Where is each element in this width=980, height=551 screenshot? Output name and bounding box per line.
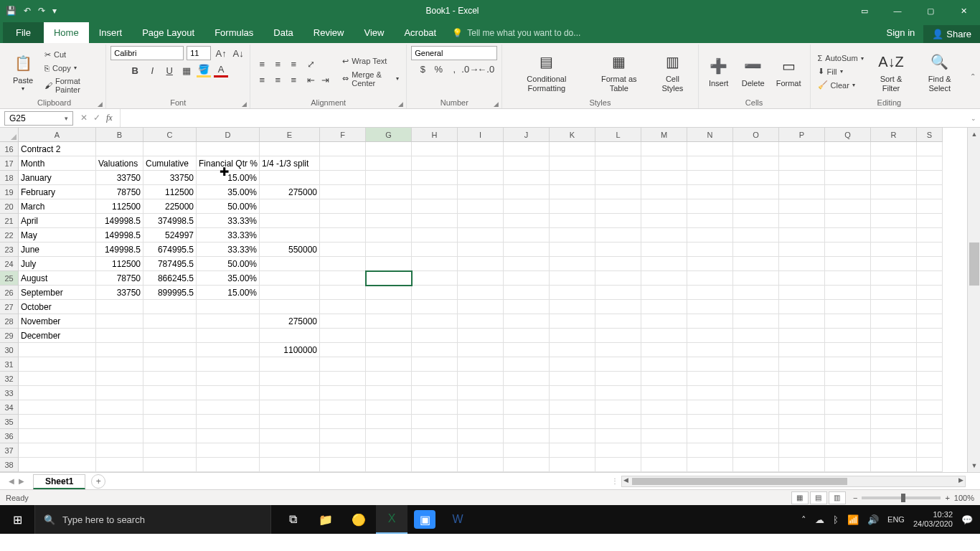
- dialog-launcher-icon[interactable]: ◢: [242, 100, 247, 108]
- cell-C16[interactable]: [143, 142, 197, 156]
- split-handle-icon[interactable]: ⋮: [611, 477, 618, 485]
- cell-C23[interactable]: 674995.5: [143, 242, 197, 257]
- cell-R27[interactable]: [871, 300, 917, 314]
- cell-R24[interactable]: [871, 257, 917, 271]
- cell-M33[interactable]: [641, 386, 687, 400]
- cell-C25[interactable]: 866245.5: [143, 271, 197, 286]
- cell-L26[interactable]: [595, 286, 641, 300]
- cell-L21[interactable]: [595, 214, 641, 228]
- cell-G29[interactable]: [366, 329, 412, 343]
- cell-O35[interactable]: [733, 415, 779, 429]
- cell-L29[interactable]: [595, 329, 641, 343]
- cell-F17[interactable]: [320, 156, 366, 171]
- tell-me-search[interactable]: 💡Tell me what you want to do...: [446, 23, 586, 43]
- cell-P26[interactable]: [779, 286, 825, 300]
- cell-F28[interactable]: [320, 314, 366, 329]
- cell-A24[interactable]: July: [19, 257, 96, 271]
- cell-D36[interactable]: [197, 429, 260, 443]
- signin-button[interactable]: Sign in: [878, 22, 924, 43]
- row-header-19[interactable]: 19: [0, 185, 19, 199]
- tab-acrobat[interactable]: Acrobat: [394, 22, 446, 43]
- cell-K24[interactable]: [550, 257, 595, 271]
- cell-Q31[interactable]: [825, 357, 871, 372]
- column-header-D[interactable]: D: [197, 128, 260, 141]
- cell-J35[interactable]: [504, 415, 550, 429]
- cell-H29[interactable]: [412, 329, 458, 343]
- cell-S25[interactable]: [917, 271, 943, 286]
- cell-R20[interactable]: [871, 199, 917, 214]
- cell-F25[interactable]: [320, 271, 366, 286]
- row-header-34[interactable]: 34: [0, 400, 19, 415]
- cell-Q16[interactable]: [825, 142, 871, 156]
- clear-button[interactable]: 🧹Clear▾: [815, 79, 867, 91]
- tab-view[interactable]: View: [354, 22, 394, 43]
- cell-D17[interactable]: Financial Qtr %: [197, 156, 260, 171]
- cell-K29[interactable]: [550, 329, 595, 343]
- cell-S26[interactable]: [917, 286, 943, 300]
- cell-H18[interactable]: [412, 171, 458, 185]
- cell-S38[interactable]: [917, 458, 943, 472]
- cell-N34[interactable]: [687, 400, 733, 415]
- cell-D22[interactable]: 33.33%: [197, 228, 260, 242]
- cell-E21[interactable]: [260, 214, 320, 228]
- row-header-32[interactable]: 32: [0, 372, 19, 386]
- cell-J33[interactable]: [504, 386, 550, 400]
- cell-O34[interactable]: [733, 400, 779, 415]
- cell-F29[interactable]: [320, 329, 366, 343]
- cell-C29[interactable]: [143, 329, 197, 343]
- tab-review[interactable]: Review: [303, 22, 354, 43]
- column-header-L[interactable]: L: [595, 128, 641, 141]
- zoom-in-button[interactable]: +: [945, 494, 949, 502]
- cell-E22[interactable]: [260, 228, 320, 242]
- cell-H35[interactable]: [412, 415, 458, 429]
- cell-F37[interactable]: [320, 443, 366, 458]
- cell-A34[interactable]: [19, 400, 96, 415]
- cell-O25[interactable]: [733, 271, 779, 286]
- collapse-ribbon-icon[interactable]: ⌃: [968, 44, 977, 108]
- chevron-down-icon[interactable]: ▾: [65, 115, 68, 122]
- decrease-indent-icon[interactable]: ⇤: [303, 72, 318, 87]
- undo-icon[interactable]: ↶: [24, 6, 31, 16]
- cell-E35[interactable]: [260, 415, 320, 429]
- cell-L20[interactable]: [595, 199, 641, 214]
- cell-G20[interactable]: [366, 199, 412, 214]
- cell-E25[interactable]: [260, 271, 320, 286]
- redo-icon[interactable]: ↷: [38, 6, 45, 16]
- cell-B20[interactable]: 112500: [96, 199, 143, 214]
- cell-K30[interactable]: [550, 343, 595, 357]
- cell-P31[interactable]: [779, 357, 825, 372]
- row-header-33[interactable]: 33: [0, 386, 19, 400]
- maximize-button[interactable]: ▢: [914, 0, 947, 22]
- cell-C19[interactable]: 112500: [143, 185, 197, 199]
- file-explorer-icon[interactable]: 📁: [310, 505, 341, 534]
- cell-R25[interactable]: [871, 271, 917, 286]
- cell-I34[interactable]: [458, 400, 504, 415]
- cell-M30[interactable]: [641, 343, 687, 357]
- merge-center-button[interactable]: ⇔Merge & Center▾: [339, 69, 402, 89]
- cell-B27[interactable]: [96, 300, 143, 314]
- cell-A33[interactable]: [19, 386, 96, 400]
- cell-S16[interactable]: [917, 142, 943, 156]
- cell-N21[interactable]: [687, 214, 733, 228]
- action-center-icon[interactable]: 💬: [961, 514, 973, 525]
- cell-R33[interactable]: [871, 386, 917, 400]
- cell-I21[interactable]: [458, 214, 504, 228]
- format-as-table-button[interactable]: ▦Format as Table: [590, 49, 649, 95]
- cell-H23[interactable]: [412, 242, 458, 257]
- taskbar-search[interactable]: 🔍 Type here to search: [34, 505, 271, 534]
- cell-G38[interactable]: [366, 458, 412, 472]
- cell-I30[interactable]: [458, 343, 504, 357]
- language-indicator[interactable]: ENG: [887, 515, 905, 524]
- align-left-icon[interactable]: ≡: [255, 72, 269, 87]
- cell-K35[interactable]: [550, 415, 595, 429]
- column-header-K[interactable]: K: [550, 128, 595, 141]
- cell-N33[interactable]: [687, 386, 733, 400]
- share-button[interactable]: 👤Share: [923, 25, 980, 43]
- cell-J37[interactable]: [504, 443, 550, 458]
- cell-B33[interactable]: [96, 386, 143, 400]
- cell-D37[interactable]: [197, 443, 260, 458]
- cell-C18[interactable]: 33750: [143, 171, 197, 185]
- cell-G22[interactable]: [366, 228, 412, 242]
- cell-C32[interactable]: [143, 372, 197, 386]
- cell-O28[interactable]: [733, 314, 779, 329]
